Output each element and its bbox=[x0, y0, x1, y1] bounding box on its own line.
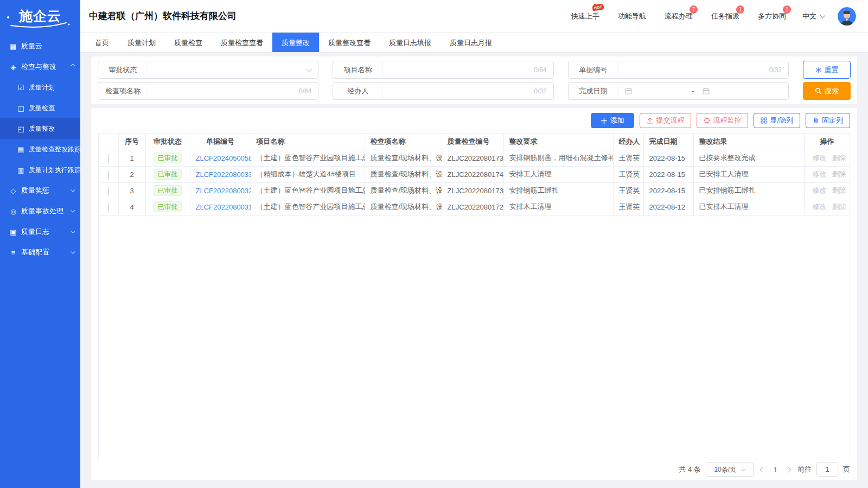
doc-code-link[interactable]: ZLCF2022080033 bbox=[196, 170, 251, 179]
edit-button[interactable]: 修改 bbox=[813, 170, 827, 178]
delete-button[interactable]: 删除 bbox=[832, 170, 846, 178]
filter-project-name[interactable]: 项目名称 0/64 bbox=[333, 61, 553, 79]
sidebar-item-11[interactable]: ≡基础配置 bbox=[0, 242, 80, 263]
sidebar-item-7[interactable]: ▥质量计划执行跟踪 bbox=[0, 160, 80, 180]
flow-monitor-button[interactable]: 流程监控 bbox=[697, 113, 748, 128]
char-counter: 0/64 bbox=[534, 66, 546, 74]
doc-code-link[interactable]: ZLCF2024050058 bbox=[196, 154, 251, 162]
cell-status: 已审批 bbox=[145, 182, 190, 199]
sidebar-item-label: 质量计划 bbox=[29, 83, 55, 92]
cell-requirement: 安排钢筋剔凿，用细石混凝土修补 bbox=[503, 150, 613, 166]
filter-label: 项目名称 bbox=[333, 61, 383, 78]
language-switcher[interactable]: 中文 bbox=[802, 11, 825, 21]
column-header-6: 检查项名称 bbox=[365, 134, 442, 150]
add-label: 添加 bbox=[610, 116, 624, 125]
sidebar-item-3[interactable]: ☑质量计划 bbox=[0, 77, 80, 98]
delete-button[interactable]: 删除 bbox=[832, 154, 846, 162]
shield-icon: ◇ bbox=[9, 187, 18, 195]
filter-finish-date[interactable]: 完成日期 - bbox=[568, 82, 789, 100]
sidebar-item-6[interactable]: ▤质量检查整改跟踪 bbox=[0, 139, 80, 160]
column-header-12: 操作 bbox=[804, 134, 850, 150]
current-page[interactable]: 1 bbox=[771, 466, 780, 474]
search-button[interactable]: 搜索 bbox=[803, 82, 851, 100]
sidebar-item-1[interactable]: ▦质量云 bbox=[0, 36, 80, 56]
edit-button[interactable]: 修改 bbox=[813, 154, 827, 162]
cell-result: 已安排钢筋工绑扎 bbox=[693, 182, 804, 199]
status-badge: 已审批 bbox=[154, 185, 182, 196]
filter-item-name[interactable]: 检查项名称 0/64 bbox=[98, 82, 318, 100]
tab-1[interactable]: 首页 bbox=[86, 33, 118, 52]
cell-check_code: ZLJC2022080172 bbox=[442, 199, 503, 215]
chart-track-icon: ▥ bbox=[16, 166, 25, 174]
next-page-button[interactable] bbox=[786, 467, 792, 472]
nav-item-label: 流程办理 bbox=[665, 12, 693, 20]
search-icon bbox=[815, 87, 822, 94]
sidebar-item-9[interactable]: ◎质量事故处理 bbox=[0, 201, 80, 221]
doc-code-link[interactable]: ZLCF2022080031 bbox=[196, 203, 251, 211]
sidebar-item-label: 质量奖惩 bbox=[21, 186, 49, 195]
show-hide-columns-button[interactable]: 显/隐列 bbox=[754, 113, 800, 128]
filter-label: 审批状态 bbox=[98, 61, 148, 78]
delete-button[interactable]: 删除 bbox=[832, 202, 846, 211]
cell-handler: 王贤英 bbox=[613, 199, 643, 215]
char-counter: 0/32 bbox=[534, 87, 546, 95]
submit-flow-button[interactable]: 提交流程 bbox=[640, 113, 691, 128]
filter-handler[interactable]: 经办人 0/32 bbox=[333, 82, 553, 100]
column-header-1 bbox=[99, 134, 118, 150]
status-badge: 已审批 bbox=[154, 153, 182, 163]
paperclip-icon bbox=[813, 117, 819, 124]
row-checkbox[interactable] bbox=[108, 154, 109, 163]
row-checkbox[interactable] bbox=[108, 202, 109, 212]
goto-page-input[interactable]: 1 bbox=[816, 462, 838, 477]
column-header-3: 审批状态 bbox=[145, 134, 190, 150]
sidebar-item-2[interactable]: ◈检查与整改 bbox=[0, 56, 80, 77]
filter-label: 单据编号 bbox=[569, 61, 618, 78]
cell-check_code: ZLJC2022080173 bbox=[442, 150, 503, 166]
doc-code-link[interactable]: ZLCF2022080032 bbox=[196, 187, 251, 195]
tab-3[interactable]: 质量检查 bbox=[165, 33, 212, 52]
char-counter: 0/64 bbox=[299, 87, 311, 95]
sidebar-item-10[interactable]: ▣质量日志 bbox=[0, 221, 80, 242]
tab-4[interactable]: 质量检查查看 bbox=[212, 33, 272, 52]
edit-button[interactable]: 修改 bbox=[813, 202, 827, 211]
sidebar-item-8[interactable]: ◇质量奖惩 bbox=[0, 180, 80, 201]
nav-item-2[interactable]: 功能导航 bbox=[618, 11, 646, 21]
page-size-select[interactable]: 10条/页 bbox=[706, 462, 754, 477]
sitemap-icon: ◫ bbox=[16, 104, 25, 112]
sidebar-item-5[interactable]: ◰质量整改 bbox=[0, 118, 80, 139]
cell-code: ZLCF2022080032 bbox=[190, 182, 251, 199]
tab-8[interactable]: 质量日志月报 bbox=[441, 33, 501, 52]
tab-7[interactable]: 质量日志填报 bbox=[380, 33, 441, 52]
tab-5[interactable]: 质量整改 bbox=[272, 33, 319, 52]
prev-page-button[interactable] bbox=[760, 467, 765, 472]
nav-item-3[interactable]: 流程办理7 bbox=[665, 11, 693, 21]
language-label: 中文 bbox=[802, 11, 816, 21]
notification-badge: 7 bbox=[690, 5, 698, 14]
user-avatar[interactable] bbox=[838, 7, 856, 26]
avatar-image bbox=[838, 7, 856, 26]
ops-cell: 修改删除 bbox=[804, 166, 850, 182]
filter-label: 检查项名称 bbox=[98, 83, 148, 99]
nav-item-1[interactable]: 快速上手HOT bbox=[571, 11, 599, 21]
data-table: 序号审批状态单据编号项目名称检查项名称质量检查编号整改要求经办人完成日期整改结果… bbox=[99, 134, 850, 216]
reset-button[interactable]: 重置 bbox=[803, 61, 851, 79]
nav-item-4[interactable]: 任务指派1 bbox=[711, 11, 739, 21]
chevron-down-icon bbox=[71, 229, 75, 233]
filter-doc-no[interactable]: 单据编号 0/32 bbox=[568, 61, 789, 79]
column-header-7: 质量检查编号 bbox=[442, 134, 503, 150]
edit-button[interactable]: 修改 bbox=[813, 186, 827, 194]
add-button[interactable]: 添加 bbox=[591, 113, 634, 128]
delete-button[interactable]: 删除 bbox=[832, 186, 846, 194]
table-row: 2已审批ZLCF2022080033（精细成本）雄楚大道4#楼项目质量检查/现场… bbox=[99, 166, 850, 182]
nav-item-5[interactable]: 多方协同1 bbox=[758, 11, 786, 21]
sidebar-item-4[interactable]: ◫质量检查 bbox=[0, 98, 80, 118]
status-badge: 已审批 bbox=[154, 169, 182, 180]
pin-columns-button[interactable]: 固定列 bbox=[806, 113, 850, 128]
cell-handler: 王贤英 bbox=[613, 150, 643, 166]
row-checkbox[interactable] bbox=[108, 170, 109, 179]
column-header-2: 序号 bbox=[118, 134, 145, 150]
row-checkbox[interactable] bbox=[108, 186, 109, 195]
tab-6[interactable]: 质量整改查看 bbox=[319, 33, 380, 52]
filter-approval-status[interactable]: 审批状态 bbox=[98, 61, 318, 79]
tab-2[interactable]: 质量计划 bbox=[118, 33, 165, 52]
